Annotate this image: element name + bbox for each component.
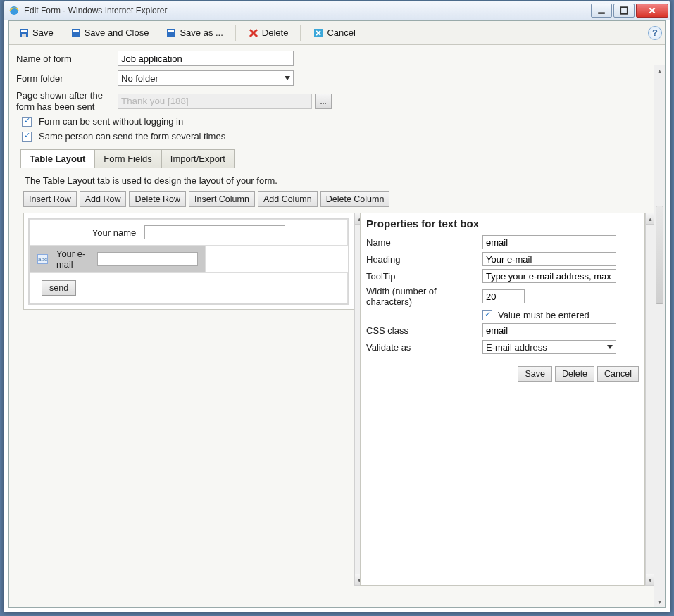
save-as-button[interactable]: Save as ... bbox=[159, 25, 229, 42]
save-icon bbox=[70, 27, 82, 39]
textbox-icon: abc bbox=[37, 254, 48, 264]
preview-row-send[interactable]: send bbox=[30, 272, 348, 303]
prop-css-label: CSS class bbox=[366, 325, 482, 336]
form-preview-pane: Your name abc Your e-mail send bbox=[23, 213, 354, 310]
prop-heading-label: Heading bbox=[366, 254, 482, 265]
preview-row-email[interactable]: abc Your e-mail bbox=[30, 246, 206, 272]
cancel-label: Cancel bbox=[327, 27, 355, 38]
divider bbox=[366, 360, 639, 360]
page-after-label: Page shown after the form has been sent bbox=[16, 90, 118, 112]
window: Edit Form - Windows Internet Explorer Sa… bbox=[4, 0, 670, 612]
maximize-button[interactable] bbox=[613, 4, 635, 18]
split-pane: Your name abc Your e-mail send bbox=[16, 213, 658, 586]
chevron-down-icon bbox=[607, 345, 613, 349]
cancel-button[interactable]: Cancel bbox=[306, 25, 361, 42]
properties-title: Properties for text box bbox=[366, 218, 639, 230]
save-close-button[interactable]: Save and Close bbox=[64, 25, 156, 42]
titlebar: Edit Form - Windows Internet Explorer bbox=[4, 1, 670, 20]
svg-rect-7 bbox=[73, 30, 79, 32]
ie-icon bbox=[8, 5, 20, 16]
delete-row-button[interactable]: Delete Row bbox=[129, 191, 186, 207]
prop-save-button[interactable]: Save bbox=[518, 366, 552, 382]
svg-rect-5 bbox=[22, 34, 26, 37]
client-area: Save Save and Close Save as ... Delete C… bbox=[8, 20, 666, 608]
multi-submit-checkbox[interactable] bbox=[22, 132, 32, 142]
preview-name-label: Your name bbox=[92, 227, 136, 238]
add-column-button[interactable]: Add Column bbox=[258, 191, 318, 207]
scroll-thumb[interactable] bbox=[656, 206, 663, 304]
anon-label: Form can be sent without logging in bbox=[39, 116, 183, 127]
prop-delete-button[interactable]: Delete bbox=[555, 366, 594, 382]
svg-rect-2 bbox=[620, 7, 628, 14]
folder-select[interactable]: No folder bbox=[118, 70, 294, 86]
delete-button[interactable]: Delete bbox=[242, 25, 295, 42]
form-settings: Name of form Form folder No folder Page … bbox=[9, 45, 665, 589]
prop-required-label: Value must be entered bbox=[498, 310, 589, 320]
page-after-input bbox=[118, 94, 312, 109]
prop-cancel-button[interactable]: Cancel bbox=[597, 366, 639, 382]
prop-heading-input[interactable] bbox=[482, 252, 616, 266]
delete-icon bbox=[248, 27, 259, 39]
tab-form-fields[interactable]: Form Fields bbox=[94, 149, 161, 168]
close-button[interactable] bbox=[636, 4, 668, 18]
scroll-up-icon[interactable]: ▴ bbox=[654, 65, 665, 76]
prop-tooltip-label: ToolTip bbox=[366, 271, 482, 282]
name-label: Name of form bbox=[16, 54, 118, 64]
anon-checkbox[interactable] bbox=[22, 117, 32, 127]
prop-width-label: Width (number of characters) bbox=[366, 286, 482, 307]
save-as-label: Save as ... bbox=[180, 27, 223, 38]
multi-submit-label: Same person can send the form several ti… bbox=[39, 131, 225, 142]
save-icon bbox=[18, 27, 30, 39]
form-name-input[interactable] bbox=[118, 51, 294, 66]
toolbar: Save Save and Close Save as ... Delete C… bbox=[9, 21, 665, 45]
tabstrip: Table Layout Form Fields Import/Export bbox=[16, 149, 658, 168]
save-label: Save bbox=[32, 27, 54, 38]
help-button[interactable]: ? bbox=[648, 26, 662, 40]
add-row-button[interactable]: Add Row bbox=[80, 191, 127, 207]
layout-buttons: Insert Row Add Row Delete Row Insert Col… bbox=[16, 191, 658, 213]
prop-name-label: Name bbox=[366, 237, 482, 248]
form-preview: Your name abc Your e-mail send bbox=[28, 218, 349, 305]
delete-label: Delete bbox=[262, 27, 289, 38]
insert-row-button[interactable]: Insert Row bbox=[23, 191, 77, 207]
prop-validate-value: E-mail address bbox=[486, 342, 547, 353]
tab-description: The Table Layout tab is used to design t… bbox=[16, 168, 658, 191]
preview-send-button[interactable]: send bbox=[42, 280, 76, 296]
save-icon bbox=[166, 27, 177, 39]
preview-email-input[interactable] bbox=[97, 252, 198, 266]
tab-import-export[interactable]: Import/Export bbox=[161, 149, 235, 168]
save-button[interactable]: Save bbox=[12, 25, 60, 42]
preview-name-input[interactable] bbox=[144, 225, 285, 239]
folder-value: No folder bbox=[121, 73, 158, 84]
prop-validate-select[interactable]: E-mail address bbox=[482, 340, 616, 354]
delete-column-button[interactable]: Delete Column bbox=[320, 191, 390, 207]
prop-validate-label: Validate as bbox=[366, 342, 482, 353]
prop-name-input[interactable] bbox=[482, 235, 616, 249]
prop-tooltip-input[interactable] bbox=[482, 269, 616, 283]
save-close-label: Save and Close bbox=[85, 27, 149, 38]
prop-width-input[interactable] bbox=[482, 289, 525, 303]
toolbar-separator bbox=[235, 25, 236, 41]
toolbar-separator bbox=[300, 25, 301, 41]
cancel-icon bbox=[313, 27, 324, 39]
svg-rect-9 bbox=[168, 30, 174, 32]
prop-required-checkbox[interactable] bbox=[482, 310, 492, 320]
svg-rect-1 bbox=[598, 12, 605, 13]
preview-email-label: Your e-mail bbox=[56, 249, 89, 270]
chevron-down-icon bbox=[285, 76, 290, 80]
properties-pane: Properties for text box Name Heading Too… bbox=[360, 213, 645, 586]
prop-css-input[interactable] bbox=[482, 323, 616, 337]
window-title: Edit Form - Windows Internet Explorer bbox=[24, 6, 591, 15]
window-scrollbar[interactable]: ▴ ▾ bbox=[654, 65, 665, 607]
tab-table-layout[interactable]: Table Layout bbox=[20, 149, 94, 168]
preview-row-name[interactable]: Your name bbox=[30, 219, 348, 246]
minimize-button[interactable] bbox=[591, 4, 612, 18]
browse-page-button[interactable]: ... bbox=[315, 94, 332, 109]
svg-rect-4 bbox=[21, 30, 27, 32]
insert-column-button[interactable]: Insert Column bbox=[189, 191, 255, 207]
scroll-down-icon[interactable]: ▾ bbox=[654, 596, 665, 607]
folder-label: Form folder bbox=[16, 73, 118, 84]
